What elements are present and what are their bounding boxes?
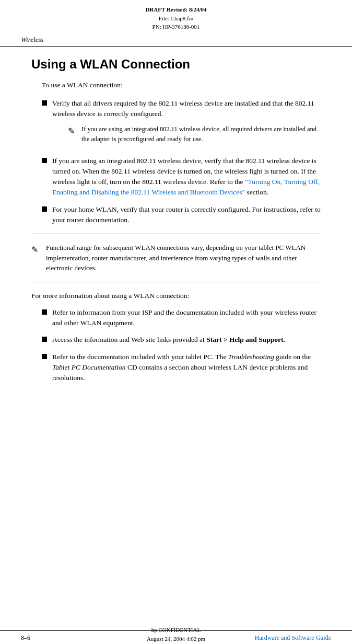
bullet-text-before: Refer to the documentation included with… (52, 353, 228, 361)
bullet-content: For your home WLAN, verify that your rou… (52, 204, 321, 226)
list-item: Refer to the documentation included with… (42, 352, 321, 384)
bullet-icon (42, 100, 47, 106)
bullet-icon (42, 337, 47, 342)
note-block: ✎ If you are using an integrated 802.11 … (68, 124, 321, 144)
full-note-block: ✎ Functional range for subsequent WLAN c… (31, 243, 321, 273)
intro-text: To use a WLAN connection: (42, 80, 321, 90)
bullet-content: Refer to information from your ISP and t… (52, 307, 321, 329)
main-content: Using a WLAN Connection To use a WLAN co… (0, 47, 352, 400)
divider-top (31, 234, 321, 234)
footer-page-number: 8–6 (21, 634, 30, 642)
bullet-text-before: Access the information and Web site link… (52, 336, 206, 343)
note-text: If you are using an integrated 802.11 wi… (81, 124, 321, 144)
bullet-icon (42, 354, 47, 359)
pencil-icon: ✎ (68, 125, 77, 137)
bullet-text-after: section. (245, 188, 268, 196)
part-number: PN: HP-376186-001 (0, 22, 352, 31)
pencil-icon-full: ✎ (31, 244, 42, 256)
bullet-icon (42, 158, 47, 163)
list-item: For your home WLAN, verify that your rou… (42, 204, 321, 226)
more-bullet-list: Refer to information from your ISP and t… (42, 307, 321, 384)
list-item: Access the information and Web site link… (42, 335, 321, 345)
bullet-content: Verify that all drivers required by the … (52, 98, 321, 150)
bullet-bold: Start > Help and Support. (206, 336, 285, 343)
bullet-text: Verify that all drivers required by the … (52, 99, 314, 118)
bullet-content: If you are using an integrated 802.11 wi… (52, 156, 321, 198)
file-name: File: Chap8.fm (0, 14, 352, 23)
bullet-icon (42, 309, 47, 315)
list-item: Refer to information from your ISP and t… (42, 307, 321, 329)
divider-bottom (31, 282, 321, 282)
page-header: DRAFT Revised: 8/24/04 File: Chap8.fm PN… (0, 0, 352, 33)
bullet-list: Verify that all drivers required by the … (42, 98, 321, 226)
more-info-intro: For more information about using a WLAN … (31, 291, 321, 301)
bullet-text: Refer to information from your ISP and t… (52, 308, 316, 327)
bullet-italic2: Tablet PC Documentation (52, 363, 126, 371)
page-footer: 8–6 Hardware and Software Guide (0, 630, 352, 644)
bullet-icon (42, 206, 47, 212)
bullet-text: For your home WLAN, verify that your rou… (52, 205, 321, 224)
draft-revised: DRAFT Revised: 8/24/04 (0, 5, 352, 14)
page: DRAFT Revised: 8/24/04 File: Chap8.fm PN… (0, 0, 352, 644)
section-label: Wireless (21, 36, 44, 44)
list-item: If you are using an integrated 802.11 wi… (42, 156, 321, 198)
bullet-text-mid1: guide on the (274, 353, 311, 361)
page-title: Using a WLAN Connection (31, 57, 321, 72)
list-item: Verify that all drivers required by the … (42, 98, 321, 150)
bullet-content: Refer to the documentation included with… (52, 352, 321, 384)
bullet-italic1: Troubleshooting (228, 353, 274, 361)
footer-guide-title: Hardware and Software Guide (255, 634, 331, 642)
full-note-text: Functional range for subsequent WLAN con… (46, 243, 321, 273)
section-header: Wireless (0, 33, 352, 47)
bullet-content: Access the information and Web site link… (52, 335, 321, 345)
